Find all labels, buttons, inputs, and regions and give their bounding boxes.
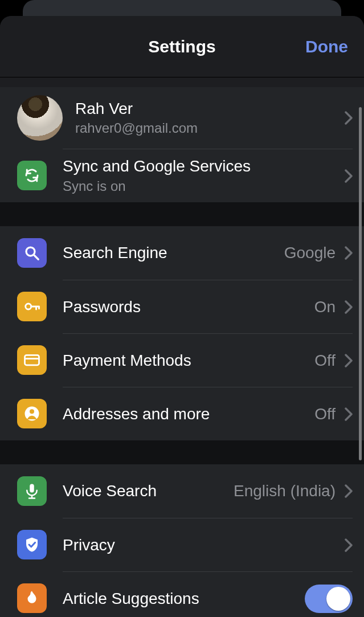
- chevron-right-icon: [345, 169, 353, 183]
- row-payment-methods[interactable]: Payment Methods Off: [0, 333, 364, 387]
- addresses-value: Off: [314, 405, 336, 423]
- chevron-right-icon: [345, 407, 353, 421]
- chevron-right-icon: [345, 246, 353, 260]
- section-divider: [0, 202, 364, 226]
- row-privacy[interactable]: Privacy: [0, 518, 364, 571]
- addresses-label: Addresses and more: [63, 404, 314, 424]
- spacer: [0, 78, 364, 87]
- passwords-value: On: [314, 298, 336, 316]
- section-divider: [0, 440, 364, 464]
- voice-value: English (India): [234, 482, 336, 500]
- key-icon: [17, 292, 47, 321]
- microphone-icon: [17, 476, 47, 506]
- chevron-right-icon: [345, 354, 353, 367]
- row-passwords[interactable]: Passwords On: [0, 280, 364, 333]
- settings-scroll[interactable]: Rah Ver rahver0@gmail.com Sync and Googl…: [0, 78, 364, 617]
- credit-card-icon: [17, 345, 47, 375]
- voice-label: Voice Search: [63, 481, 234, 501]
- search-engine-label: Search Engine: [63, 243, 284, 263]
- shield-check-icon: [17, 530, 47, 559]
- section-basics: Search Engine Google Passwords On: [0, 226, 364, 440]
- search-engine-value: Google: [284, 244, 336, 262]
- row-sync[interactable]: Sync and Google Services Sync is on: [0, 149, 364, 202]
- section-account: Rah Ver rahver0@gmail.com Sync and Googl…: [0, 87, 364, 202]
- done-button[interactable]: Done: [305, 37, 348, 56]
- sync-label: Sync and Google Services: [63, 157, 345, 176]
- section-advanced: Voice Search English (India) Privacy: [0, 464, 364, 617]
- row-article-suggestions[interactable]: Article Suggestions: [0, 571, 364, 617]
- avatar: [17, 95, 63, 141]
- svg-point-4: [30, 409, 34, 414]
- svg-rect-2: [25, 355, 39, 365]
- background-card-hint: [23, 0, 341, 16]
- search-icon: [17, 238, 47, 268]
- toggle-knob: [326, 587, 350, 611]
- chevron-right-icon: [345, 538, 353, 552]
- row-account[interactable]: Rah Ver rahver0@gmail.com: [0, 87, 364, 149]
- row-search-engine[interactable]: Search Engine Google: [0, 226, 364, 280]
- account-name: Rah Ver: [75, 99, 345, 119]
- sync-status: Sync is on: [63, 177, 345, 195]
- scrollbar[interactable]: [359, 107, 362, 460]
- header-bar: Settings Done: [0, 16, 364, 77]
- payment-value: Off: [314, 352, 336, 370]
- article-label: Article Suggestions: [63, 589, 305, 608]
- account-email: rahver0@gmail.com: [75, 119, 345, 137]
- chevron-right-icon: [345, 300, 353, 314]
- page-title: Settings: [148, 37, 215, 56]
- svg-point-1: [26, 304, 31, 309]
- passwords-label: Passwords: [63, 297, 314, 317]
- row-addresses[interactable]: Addresses and more Off: [0, 387, 364, 440]
- chevron-right-icon: [345, 484, 353, 498]
- row-voice-search[interactable]: Voice Search English (India): [0, 464, 364, 518]
- sync-icon: [17, 161, 47, 190]
- article-toggle[interactable]: [305, 585, 353, 613]
- settings-sheet: Settings Done Rah Ver rahver0@gmail.com: [0, 16, 364, 617]
- payment-label: Payment Methods: [63, 351, 314, 370]
- privacy-label: Privacy: [63, 536, 345, 555]
- flame-icon: [17, 583, 47, 613]
- chevron-right-icon: [345, 111, 353, 125]
- svg-rect-5: [30, 484, 34, 493]
- person-icon: [17, 399, 47, 428]
